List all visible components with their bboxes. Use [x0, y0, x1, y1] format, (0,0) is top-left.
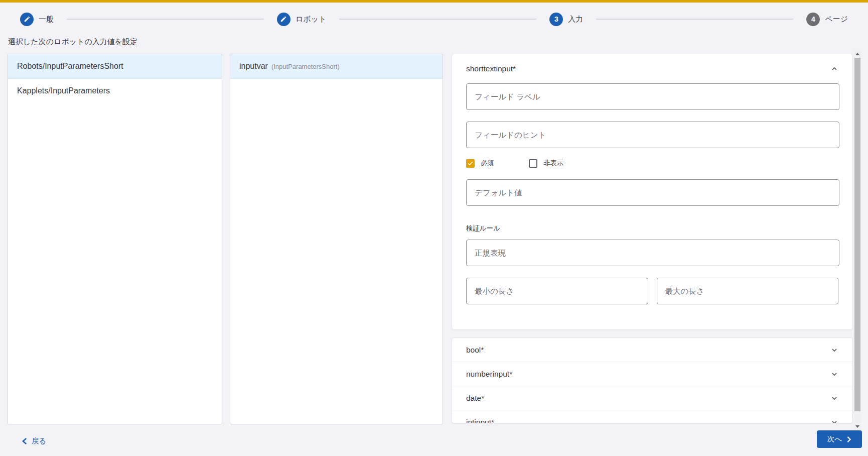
section-row-numberinput[interactable]: numberinput*: [452, 362, 852, 386]
chevron-up-icon[interactable]: [830, 65, 838, 73]
step-label: ページ: [825, 15, 848, 24]
step-robot[interactable]: ロボット: [277, 13, 326, 26]
back-label: 戻る: [32, 436, 46, 446]
collapsed-sections-list: bool* numberinput* date* intinput*: [452, 337, 853, 423]
variable-list-item[interactable]: inputvar (InputParametersShort): [230, 54, 443, 79]
section-title: intinput*: [466, 418, 494, 423]
chevron-down-icon: [830, 394, 838, 402]
pencil-icon: [277, 13, 291, 26]
chevron-down-icon: [830, 418, 838, 423]
top-accent-bar: [0, 0, 868, 3]
required-checkbox[interactable]: [466, 159, 475, 168]
next-button[interactable]: 次へ: [817, 430, 862, 448]
pencil-icon: [20, 13, 34, 26]
step-label: 入力: [568, 15, 583, 24]
stepper-connector: [67, 19, 264, 20]
step-input[interactable]: 3 入力: [549, 13, 583, 26]
section-row-date[interactable]: date*: [452, 386, 852, 410]
length-inputs-row: [466, 278, 838, 304]
variable-type: (InputParametersShort): [271, 63, 340, 70]
step-label: ロボット: [296, 15, 326, 24]
chevron-right-icon: [846, 436, 851, 442]
variable-name: inputvar: [239, 62, 268, 71]
step-number-badge: 3: [549, 13, 563, 26]
required-label: 必須: [481, 159, 494, 168]
section-title: shorttextinput*: [466, 64, 516, 73]
max-length-input[interactable]: [657, 278, 839, 304]
field-hint-input[interactable]: [466, 122, 839, 148]
chevron-down-icon: [830, 370, 838, 378]
robot-name: Kapplets/InputParameters: [17, 86, 110, 95]
next-label: 次へ: [827, 434, 842, 444]
back-button[interactable]: 戻る: [22, 436, 46, 446]
vertical-scrollbar[interactable]: [854, 50, 861, 430]
default-value-input[interactable]: [466, 179, 839, 206]
robot-name: Robots/InputParametersShort: [17, 62, 123, 71]
stepper-connector: [596, 19, 793, 20]
section-title: bool*: [466, 346, 484, 355]
variable-list-panel: inputvar (InputParametersShort): [230, 54, 443, 424]
validation-rules-label: 検証ルール: [466, 224, 838, 233]
robot-list-item[interactable]: Robots/InputParametersShort: [8, 54, 222, 79]
step-general[interactable]: 一般: [20, 13, 54, 26]
step-number-badge: 4: [806, 13, 820, 26]
page-subtitle: 選択した次のロボットの入力値を設定: [8, 37, 137, 47]
section-row-intinput[interactable]: intinput*: [452, 410, 852, 423]
regex-input[interactable]: [466, 240, 839, 266]
chevron-left-icon: [22, 438, 28, 444]
scrollbar-thumb[interactable]: [854, 58, 860, 411]
robot-list-item[interactable]: Kapplets/InputParameters: [8, 79, 222, 103]
section-title: numberinput*: [466, 370, 512, 379]
min-length-input[interactable]: [466, 278, 648, 304]
scroll-down-arrow[interactable]: [855, 425, 859, 428]
section-row-bool[interactable]: bool*: [452, 338, 852, 362]
robot-list-panel: Robots/InputParametersShort Kapplets/Inp…: [8, 54, 222, 424]
chevron-down-icon: [830, 346, 838, 354]
field-label-input[interactable]: [466, 83, 839, 110]
scroll-up-arrow[interactable]: [855, 53, 859, 55]
section-title: date*: [466, 394, 484, 403]
step-label: 一般: [39, 15, 54, 24]
hidden-checkbox[interactable]: [529, 159, 537, 168]
section-header[interactable]: shorttextinput*: [466, 54, 838, 83]
shorttextinput-section: shorttextinput* 必須 非表示 検証ルール: [452, 54, 853, 330]
step-page[interactable]: 4 ページ: [806, 13, 848, 26]
wizard-stepper: 一般 ロボット 3 入力 4 ページ: [0, 11, 868, 27]
hidden-label: 非表示: [543, 159, 564, 168]
checkbox-row: 必須 非表示: [466, 159, 838, 168]
stepper-connector: [339, 19, 536, 20]
